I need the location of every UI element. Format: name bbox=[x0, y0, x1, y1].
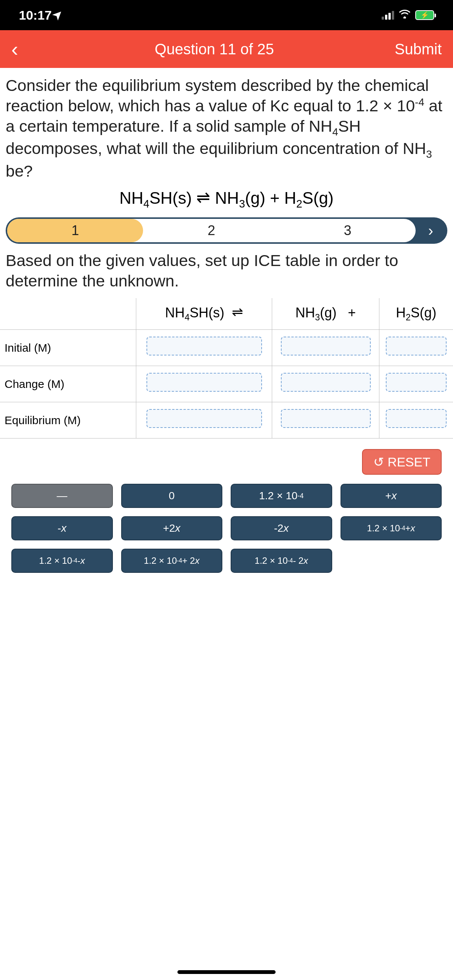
slot-initial-h2s[interactable] bbox=[386, 337, 447, 355]
chip-kc-plus-2x[interactable]: 1.2 × 10-4 + 2x bbox=[121, 549, 223, 573]
slot-eq-h2s[interactable] bbox=[386, 409, 447, 428]
col-header-h2s: H2S(g) bbox=[379, 298, 453, 330]
chip-minus-x[interactable]: -x bbox=[11, 516, 113, 540]
step-3[interactable]: 3 bbox=[279, 223, 416, 239]
table-row: Equilibrium (M) bbox=[0, 402, 453, 439]
reaction-equation: NH4SH(s) ⇌ NH3(g) + H2S(g) bbox=[6, 188, 447, 210]
chip-kc-minus-2x[interactable]: 1.2 × 10-4 - 2x bbox=[231, 549, 332, 573]
status-right: ⚡ bbox=[382, 9, 434, 21]
status-time: 10:17➤ bbox=[19, 8, 64, 23]
slot-change-nh4sh[interactable] bbox=[147, 373, 262, 392]
ice-table: NH4SH(s) ⇌ NH3(g) + H2S(g) Initial (M) C… bbox=[0, 298, 453, 439]
question-text: Consider the equilibrium system describe… bbox=[6, 75, 447, 181]
slot-eq-nh4sh[interactable] bbox=[147, 409, 262, 428]
row-label-equilibrium: Equilibrium (M) bbox=[0, 402, 136, 439]
step-1[interactable]: 1 bbox=[7, 223, 144, 239]
chip-zero[interactable]: 0 bbox=[121, 484, 223, 508]
slot-change-h2s[interactable] bbox=[386, 373, 447, 392]
signal-icon bbox=[382, 11, 394, 20]
battery-charging-icon: ⚡ bbox=[415, 10, 434, 20]
status-bar: 10:17➤ ⚡ bbox=[0, 0, 453, 30]
slot-change-nh3[interactable] bbox=[281, 373, 371, 392]
col-header-nh3: NH3(g) + bbox=[272, 298, 379, 330]
row-label-initial: Initial (M) bbox=[0, 330, 136, 366]
reset-row: ↺ RESET bbox=[0, 439, 453, 479]
step-indicator: 1 2 3 › bbox=[6, 217, 447, 244]
table-corner bbox=[0, 298, 136, 330]
step-track: 1 2 3 bbox=[7, 219, 416, 242]
slot-initial-nh4sh[interactable] bbox=[147, 337, 262, 355]
location-icon: ➤ bbox=[49, 6, 65, 22]
row-label-change: Change (M) bbox=[0, 366, 136, 402]
step-instruction: Based on the given values, set up ICE ta… bbox=[0, 251, 453, 298]
chip-plus-x[interactable]: +x bbox=[340, 484, 442, 508]
col-header-nh4sh: NH4SH(s) ⇌ bbox=[136, 298, 272, 330]
chip-kc-plus-x[interactable]: 1.2 × 10-4 + x bbox=[340, 516, 442, 540]
back-button[interactable]: ‹ bbox=[11, 37, 34, 61]
table-row: Change (M) bbox=[0, 366, 453, 402]
chip-minus-2x[interactable]: -2x bbox=[231, 516, 332, 540]
chip-plus-2x[interactable]: +2x bbox=[121, 516, 223, 540]
header-title: Question 11 of 25 bbox=[34, 41, 395, 58]
slot-initial-nh3[interactable] bbox=[281, 337, 371, 355]
question-content: Consider the equilibrium system describe… bbox=[0, 68, 453, 210]
app-header: ‹ Question 11 of 25 Submit bbox=[0, 30, 453, 68]
submit-button[interactable]: Submit bbox=[395, 41, 442, 58]
reset-label: RESET bbox=[388, 455, 430, 469]
wifi-icon bbox=[399, 9, 411, 21]
slot-eq-nh3[interactable] bbox=[281, 409, 371, 428]
reset-icon: ↺ bbox=[373, 454, 384, 469]
chip-kc-minus-x[interactable]: 1.2 × 10-4 - x bbox=[11, 549, 113, 573]
answer-chips: — 0 1.2 × 10-4 +x -x +2x -2x 1.2 × 10-4 … bbox=[0, 479, 453, 578]
chip-kc[interactable]: 1.2 × 10-4 bbox=[231, 484, 332, 508]
step-2[interactable]: 2 bbox=[144, 223, 280, 239]
table-row: Initial (M) bbox=[0, 330, 453, 366]
step-next-button[interactable]: › bbox=[416, 219, 446, 242]
home-indicator[interactable] bbox=[177, 970, 276, 974]
chip-dash[interactable]: — bbox=[11, 484, 113, 508]
reset-button[interactable]: ↺ RESET bbox=[362, 449, 442, 475]
